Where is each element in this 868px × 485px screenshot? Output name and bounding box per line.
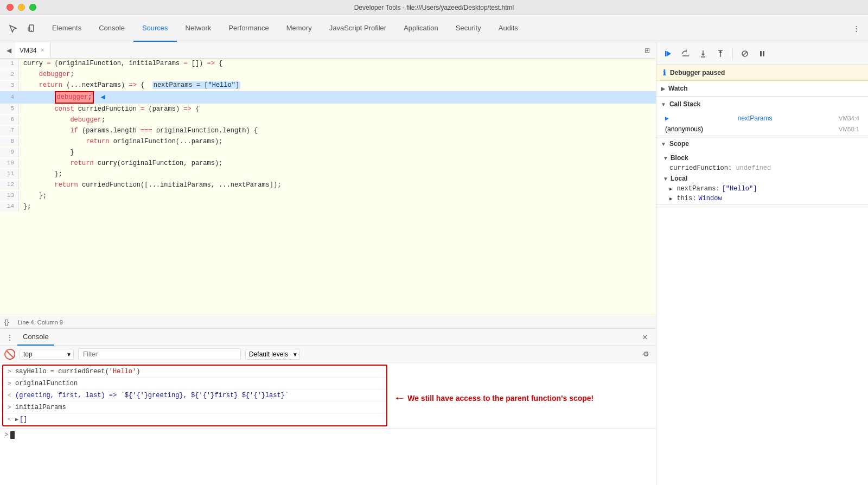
tab-js-profiler[interactable]: JavaScript Profiler [321, 15, 395, 42]
annotation-arrow-icon: ← [396, 392, 403, 405]
code-line-6: 6 debugger; [0, 114, 656, 125]
step-into-button[interactable] [695, 46, 711, 61]
console-log-line-5: < ▶ [] [3, 413, 386, 425]
expand-nav-button[interactable]: ⊞ [641, 44, 654, 57]
expand-icon-nextparams: ▶ [669, 186, 672, 192]
svg-point-2 [31, 30, 32, 31]
call-stack-content: nextParams VM34:4 (anonymous) VM50:1 [656, 112, 868, 136]
code-line-9: 9 } [0, 147, 656, 158]
scope-triangle-icon: ▼ [661, 141, 666, 147]
console-content: > sayHello = curriedGreet('Hello') > ori… [0, 362, 656, 485]
local-scope-item-this[interactable]: ▶ this: Window [656, 194, 868, 203]
local-scope-item-nextparams[interactable]: ▶ nextParams: ["Hello"] [656, 184, 868, 194]
paused-label: Debugger paused [670, 69, 725, 76]
call-stack-header[interactable]: ▼ Call Stack [656, 97, 868, 112]
inspect-icon[interactable] [4, 20, 22, 37]
console-menu-button[interactable]: ⋮ [4, 332, 15, 343]
code-line-7: 7 if (params.length === originalFunction… [0, 125, 656, 136]
braces-icon: {} [4, 318, 9, 326]
debugger-panel: ℹ Debugger paused ▶ Watch ▼ Call Stack n [656, 42, 868, 485]
scope-section: ▼ Scope ▼ Block curriedFunction: undefin… [656, 136, 868, 205]
info-icon: ℹ [663, 68, 666, 77]
resume-button[interactable] [661, 46, 676, 61]
console-log-line-1: > sayHello = curriedGreet('Hello') [3, 366, 386, 378]
top-context-select[interactable]: top [20, 349, 74, 360]
close-button[interactable] [7, 4, 14, 11]
watch-triangle-icon: ▶ [661, 86, 665, 92]
prev-file-button[interactable]: ◀ [2, 44, 15, 57]
settings-gear-icon[interactable]: ⚙ [641, 349, 652, 360]
status-bar: {} Line 4, Column 9 [0, 316, 656, 328]
expand-icon-this: ▶ [669, 196, 672, 202]
levels-select[interactable]: Default levels [245, 349, 300, 360]
paused-banner: ℹ Debugger paused [656, 65, 868, 81]
file-tab-name: VM34 [20, 47, 36, 54]
code-line-8: 8 return originalFunction(...params); [0, 136, 656, 147]
more-tabs-button[interactable]: ⋮ [848, 21, 864, 36]
block-triangle-icon: ▼ [663, 155, 668, 161]
device-icon[interactable] [23, 20, 40, 37]
devtools-window: Elements Console Sources Network Perform… [0, 15, 868, 485]
block-scope-header[interactable]: ▼ Block [656, 152, 868, 163]
deactivate-breakpoints-button[interactable] [737, 46, 752, 61]
code-editor[interactable]: 1 curry = (originalFunction, initialPara… [0, 59, 656, 316]
scope-label: Scope [669, 140, 689, 148]
tab-list: Elements Console Sources Network Perform… [43, 15, 527, 42]
expand-triangle[interactable]: ▶ [15, 416, 18, 423]
step-out-button[interactable] [713, 46, 728, 61]
console-cursor [10, 431, 15, 439]
tab-network[interactable]: Network [177, 15, 220, 42]
console-close-button[interactable]: × [639, 331, 652, 344]
code-line-12: 12 return curriedFunction([...initialPar… [0, 180, 656, 190]
console-log-area: > sayHello = curriedGreet('Hello') > ori… [2, 365, 387, 426]
tab-console[interactable]: Console [90, 15, 133, 42]
file-nav-right: ⊞ [641, 44, 654, 57]
tab-application[interactable]: Application [395, 15, 447, 42]
svg-rect-15 [763, 51, 764, 56]
svg-marker-3 [667, 51, 671, 56]
tab-audits[interactable]: Audits [490, 15, 527, 42]
filter-input[interactable] [78, 348, 241, 360]
svg-marker-7 [701, 54, 705, 56]
block-icon[interactable]: 🚫 [4, 349, 15, 360]
console-filter-bar: 🚫 top ▼ Default levels ▼ ⚙ [0, 346, 656, 362]
call-stack-item-nextparams[interactable]: nextParams VM34:4 [656, 113, 868, 124]
svg-line-13 [743, 52, 747, 56]
local-label: Local [671, 175, 687, 182]
console-log-line-4: > initialParams [3, 401, 386, 413]
file-tab-bar: ◀ VM34 × ⊞ [0, 42, 656, 59]
step-over-button[interactable] [678, 46, 693, 61]
call-stack-item-anonymous[interactable]: (anonymous) VM50:1 [656, 124, 868, 135]
toolbar-separator [732, 48, 733, 59]
local-scope-header[interactable]: ▼ Local [656, 173, 868, 184]
call-stack-item-loc-2: VM50:1 [839, 126, 859, 132]
console-prompt: > [4, 431, 8, 439]
titlebar-buttons [7, 4, 36, 11]
svg-rect-14 [760, 51, 762, 56]
call-stack-item-name-2: (anonymous) [665, 125, 703, 133]
call-stack-label: Call Stack [669, 100, 700, 108]
pause-on-exceptions-button[interactable] [755, 46, 770, 61]
call-stack-triangle-icon: ▼ [661, 101, 666, 107]
console-tab[interactable]: Console [17, 329, 54, 346]
tab-sources[interactable]: Sources [133, 15, 177, 42]
tab-elements[interactable]: Elements [43, 15, 90, 42]
console-input-line[interactable]: > [0, 429, 656, 441]
tab-performance[interactable]: Performance [220, 15, 277, 42]
tab-memory[interactable]: Memory [278, 15, 321, 42]
call-stack-item-name-1: nextParams [738, 114, 773, 122]
window-title: Developer Tools - file:///Users/yazeed/D… [354, 4, 514, 11]
minimize-button[interactable] [18, 4, 25, 11]
watch-header[interactable]: ▶ Watch [656, 81, 868, 96]
debug-arrow: ◀ [100, 91, 105, 103]
devtools-tab-bar: Elements Console Sources Network Perform… [0, 15, 868, 42]
code-line-13: 13 }; [0, 190, 656, 201]
file-tab-close-button[interactable]: × [39, 47, 46, 54]
maximize-button[interactable] [29, 4, 36, 11]
debugger-toolbar [656, 42, 868, 65]
scope-header[interactable]: ▼ Scope [656, 136, 868, 151]
tab-security[interactable]: Security [447, 15, 490, 42]
console-log-line-3: < (greeting, first, last) => `${'{'}gree… [3, 390, 386, 401]
file-tab-vm34[interactable]: VM34 × [15, 42, 51, 58]
svg-rect-4 [665, 51, 667, 56]
